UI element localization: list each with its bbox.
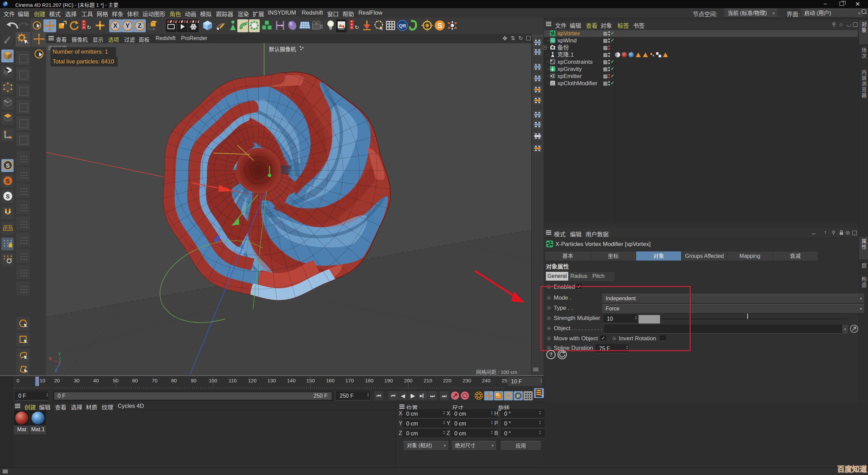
svg-text:Y: Y — [125, 22, 130, 29]
svg-text:QR: QR — [399, 23, 406, 28]
svg-text:Z: Z — [138, 22, 142, 29]
svg-text:S: S — [6, 193, 9, 200]
svg-text:X: X — [113, 22, 117, 29]
svg-text:P: P — [517, 394, 520, 399]
svg-text:?: ? — [549, 352, 553, 358]
svg-text:S: S — [437, 21, 442, 30]
svg-text:S: S — [6, 163, 9, 169]
svg-text:S: S — [6, 178, 9, 185]
